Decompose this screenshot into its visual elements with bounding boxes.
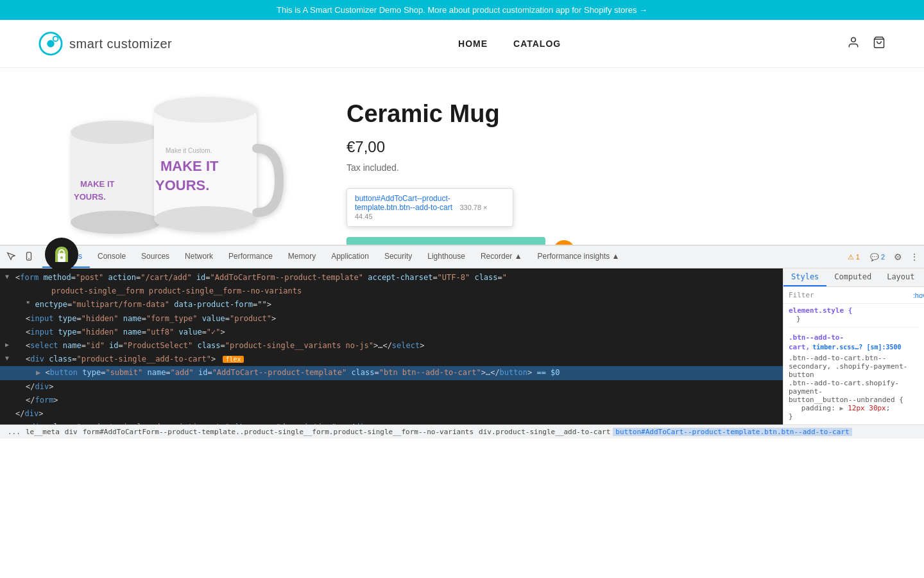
triangle-icon — [5, 353, 9, 363]
devtools-tab-right: ⚠ 1 💬 2 ⚙ ⋮ — [844, 249, 921, 265]
tab-lighthouse[interactable]: Lighthouse — [420, 246, 473, 268]
element-tooltip: button#AddToCart--product-template.btn.b… — [346, 188, 513, 227]
banner-text: This is A Smart Customizer Demo Shop. Mo… — [277, 5, 647, 15]
svg-text:MAKE IT: MAKE IT — [80, 179, 115, 189]
tab-performance[interactable]: Performance — [221, 246, 280, 268]
styles-filter-input[interactable] — [818, 292, 907, 299]
devtools-main: <form method="post" action="/cart/add" i… — [0, 268, 924, 425]
svg-point-18 — [60, 256, 63, 259]
style-source: timber.scss…? [sm]:3500 — [812, 344, 901, 351]
html-line: product-single__form product-single__for… — [0, 285, 783, 298]
style-selector: .btn--add-to-cart,timber.scss…? [sm]:350… — [789, 333, 902, 351]
nav-icons — [847, 36, 886, 52]
triangle-icon — [5, 340, 9, 350]
cart-icon-btn[interactable] — [873, 36, 886, 52]
product-price: €7,00 — [346, 138, 886, 156]
html-line: <div class="product-single__add-to-cart"… — [0, 353, 783, 366]
html-line-highlighted: ▶ <button type="submit" name="add" id="A… — [0, 366, 783, 380]
styles-tab-layout[interactable]: Layout — [879, 268, 922, 286]
svg-point-12 — [154, 206, 257, 232]
svg-point-2 — [53, 37, 58, 42]
devtools-tabs: Elements Console Sources Network Perform… — [0, 246, 924, 268]
tab-sources[interactable]: Sources — [133, 246, 177, 268]
bc-meta[interactable]: le__meta — [23, 428, 62, 436]
styles-panel: Styles Computed Layout » Filter :hov .cl… — [783, 268, 924, 425]
svg-point-20 — [28, 258, 30, 259]
html-line: <input type="hidden" name="utf8" value="… — [0, 326, 783, 339]
devtools-breadcrumb: ... le__meta div form#AddToCartForm--pro… — [0, 425, 924, 439]
main-nav: HOME CATALOG — [458, 39, 561, 49]
html-line: <form method="post" action="/cart/add" i… — [0, 271, 783, 285]
product-info: Ceramic Mug €7,00 Tax included. button#A… — [346, 87, 886, 265]
tab-memory[interactable]: Memory — [280, 246, 323, 268]
page-wrapper: This is A Smart Customizer Demo Shop. Mo… — [0, 0, 924, 578]
info-badge[interactable]: 💬 2 — [866, 252, 889, 263]
tab-console[interactable]: Console — [90, 246, 133, 268]
nav-home[interactable]: HOME — [458, 39, 488, 49]
html-line: </form> — [0, 394, 783, 407]
style-rule-1: element.style { } — [789, 306, 919, 328]
triangle-icon — [5, 421, 9, 425]
filter-label: Filter — [789, 291, 814, 299]
svg-text:YOURS.: YOURS. — [74, 192, 106, 202]
product-title: Ceramic Mug — [346, 100, 886, 128]
triangle-icon — [5, 272, 9, 282]
styles-tabs: Styles Computed Layout » — [783, 268, 924, 287]
tab-recorder[interactable]: Recorder ▲ — [473, 246, 530, 268]
devtools-inspect-btn[interactable] — [3, 249, 19, 265]
html-line: <div class="product-single__description … — [0, 421, 783, 425]
logo-area: smart customizer — [38, 31, 172, 56]
bc-div[interactable]: div — [62, 428, 80, 436]
warn-badge[interactable]: ⚠ 1 — [844, 252, 864, 263]
svg-point-3 — [851, 37, 856, 42]
bc-dots[interactable]: ... — [5, 428, 23, 436]
html-line: <select name="id" id="ProductSelect" cla… — [0, 339, 783, 353]
top-banner: This is A Smart Customizer Demo Shop. Mo… — [0, 0, 924, 20]
bc-button[interactable]: button#AddToCart--product-template.btn.b… — [613, 428, 851, 436]
bc-add-to-cart-div[interactable]: div.product-single__add-to-cart — [476, 428, 613, 436]
html-line: </div> — [0, 380, 783, 394]
styles-filter-row: Filter :hov .cls + ⧉ ≡ — [783, 287, 924, 304]
svg-text:Make it Custom.: Make it Custom. — [166, 147, 212, 154]
html-line: " enctype="multipart/form-data" data-pro… — [0, 298, 783, 311]
devtools-panel: Elements Console Sources Network Perform… — [0, 245, 924, 439]
expand-tri[interactable]: ▶ — [839, 405, 843, 412]
devtools-tab-icons — [3, 249, 37, 265]
tab-network[interactable]: Network — [177, 246, 221, 268]
style-selector: element.style { — [789, 306, 852, 315]
flex-badge: flex — [223, 356, 243, 363]
svg-point-1 — [47, 40, 54, 47]
logo-text: smart customizer — [69, 37, 172, 51]
styles-tab-computed[interactable]: Computed — [826, 268, 879, 286]
tab-performance-insights[interactable]: Performance insights ▲ — [530, 246, 628, 268]
style-rule-2: .btn--add-to-cart,timber.scss…? [sm]:350… — [789, 333, 919, 425]
style-prop: } — [796, 315, 801, 323]
logo-icon — [38, 31, 63, 56]
page-body: MAKE IT YOURS. MAKE IT YOURS. Make it Cu… — [0, 68, 924, 439]
devtools-mobile-btn[interactable] — [21, 249, 37, 265]
mug-front-image: MAKE IT YOURS. Make it Custom. — [141, 94, 289, 248]
devtools-more-btn[interactable]: ⋮ — [907, 249, 921, 265]
styles-content: element.style { } .btn--add-to-cart,timb… — [783, 304, 924, 425]
site-header: smart customizer HOME CATALOG — [0, 20, 924, 68]
tab-security[interactable]: Security — [377, 246, 420, 268]
html-line: </div> — [0, 407, 783, 421]
account-icon-btn[interactable] — [847, 36, 860, 52]
nav-catalog[interactable]: CATALOG — [513, 39, 561, 49]
tooltip-selector: button#AddToCart--product-template.btn.b… — [355, 194, 452, 212]
devtools-settings-btn[interactable]: ⚙ — [891, 249, 905, 265]
styles-hov-btn[interactable]: :hov — [911, 290, 924, 301]
tab-application[interactable]: Application — [323, 246, 377, 268]
svg-text:YOURS.: YOURS. — [155, 177, 209, 193]
bc-form[interactable]: form#AddToCartForm--product-template..pr… — [80, 428, 476, 436]
svg-point-11 — [154, 97, 257, 123]
shopify-badge — [45, 238, 78, 274]
html-panel[interactable]: <form method="post" action="/cart/add" i… — [0, 268, 783, 425]
styles-tab-styles[interactable]: Styles — [783, 268, 826, 286]
product-tax: Tax included. — [346, 162, 886, 173]
html-line: <input type="hidden" name="form_type" va… — [0, 312, 783, 326]
svg-text:MAKE IT: MAKE IT — [160, 158, 219, 174]
